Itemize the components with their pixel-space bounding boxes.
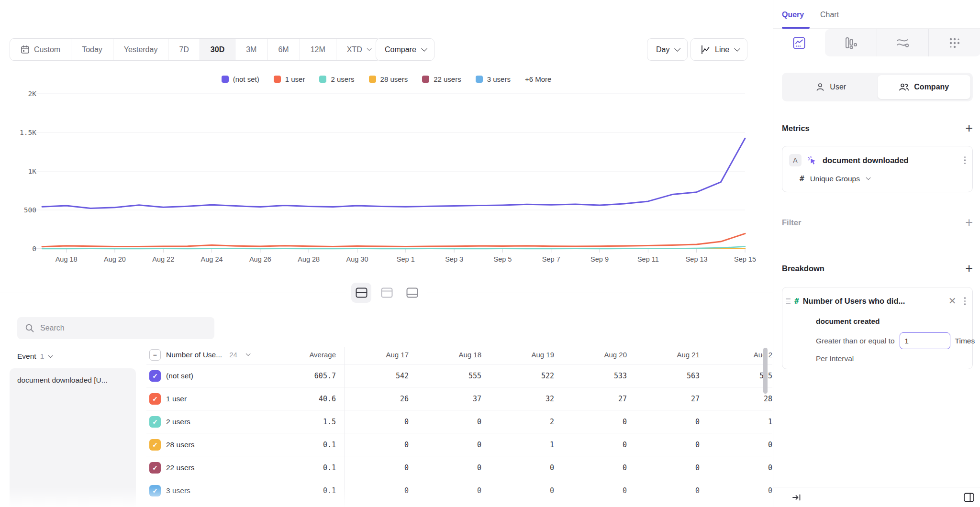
row-checkbox[interactable]: ✓	[149, 370, 161, 382]
row-checkbox[interactable]: ✓	[149, 393, 161, 405]
data-value: 0	[554, 463, 627, 472]
bar-chart-icon	[845, 36, 857, 50]
tab-chart[interactable]: Chart	[820, 11, 839, 19]
number-property-icon: #	[794, 297, 799, 306]
chart-toolbar: CustomTodayYesterday7D30D3M6M12MXTD Comp…	[0, 38, 773, 61]
metrics-section-header: Metrics +	[782, 123, 973, 133]
range-6m[interactable]: 6M	[267, 39, 300, 60]
x-axis-label: Sep 5	[493, 255, 512, 263]
line-chart[interactable]: 05001K1.5K2KAug 18Aug 20Aug 22Aug 24Aug …	[0, 67, 773, 273]
layout-chart-only-button[interactable]	[377, 283, 397, 303]
close-icon[interactable]: ✕	[947, 295, 958, 307]
date-column-header: Aug 21	[627, 351, 700, 359]
data-value: 0	[554, 418, 627, 426]
collapse-panel-icon[interactable]	[791, 493, 802, 502]
layout-toggle-group	[346, 281, 427, 304]
range-xtd[interactable]: XTD	[336, 39, 380, 60]
select-all-checkbox[interactable]: –	[149, 349, 161, 361]
metric-measure-dropdown[interactable]: # Unique Groups	[800, 174, 869, 183]
scope-user-option[interactable]: User	[784, 75, 878, 99]
event-list-item[interactable]: document downloaded [U...	[10, 368, 136, 392]
x-axis-label: Aug 28	[298, 255, 320, 263]
event-label: Event	[17, 352, 36, 361]
data-value: 0	[336, 441, 409, 449]
metric-letter-badge: A	[789, 154, 802, 166]
range-30d[interactable]: 30D	[200, 39, 235, 60]
times-value-input[interactable]	[900, 332, 950, 349]
row-checkbox[interactable]: ✓	[149, 462, 161, 474]
data-value: 533	[554, 372, 627, 380]
calendar-icon	[21, 45, 30, 54]
range-today[interactable]: Today	[71, 39, 113, 60]
average-value: 0.1	[258, 441, 336, 449]
date-column-header: Aug 18	[409, 351, 481, 359]
range-7d[interactable]: 7D	[168, 39, 200, 60]
event-click-icon	[807, 155, 817, 165]
chart-type-flow-button[interactable]	[877, 29, 929, 56]
x-axis-label: Sep 15	[734, 255, 756, 263]
filter-section-header: Filter +	[782, 218, 973, 227]
y-axis-label: 1K	[28, 167, 37, 175]
data-value: 0	[409, 486, 481, 495]
row-checkbox[interactable]: ✓	[149, 416, 161, 428]
range-12m[interactable]: 12M	[300, 39, 336, 60]
table-column-divider	[344, 347, 345, 507]
data-value: 0	[409, 418, 481, 426]
compare-button[interactable]: Compare	[376, 38, 434, 61]
group-column-header[interactable]: –Number of Use...24	[146, 349, 258, 361]
grid-dots-icon	[948, 37, 961, 49]
tab-query[interactable]: Query	[782, 11, 804, 19]
row-label-cell: ✓22 users	[146, 462, 258, 474]
breakdown-event-name: document created	[816, 317, 880, 326]
event-column-header[interactable]: Event 1	[17, 352, 51, 361]
data-value: 28	[700, 395, 772, 403]
x-axis-label: Sep 1	[397, 255, 415, 263]
kebab-menu-icon[interactable]	[962, 295, 968, 307]
metric-card[interactable]: A document downloaded # Unique Groups	[782, 146, 973, 192]
data-value: 542	[336, 372, 409, 380]
chart-type-bar-button[interactable]	[825, 29, 877, 56]
chart-type-line-button[interactable]	[773, 29, 825, 56]
chart-type-selector	[773, 29, 980, 56]
breakdown-heading: Breakdown	[782, 264, 824, 273]
chart-type-grid-button[interactable]	[928, 29, 980, 56]
range-yesterday[interactable]: Yesterday	[113, 39, 169, 60]
row-checkbox[interactable]: ✓	[149, 485, 161, 496]
data-value: 0	[481, 486, 554, 495]
chart-type-dropdown[interactable]: Line	[690, 38, 747, 61]
breakdown-card[interactable]: # Number of Users who did... ✕ document …	[782, 287, 973, 369]
compare-label: Compare	[385, 45, 416, 54]
drag-handle-icon[interactable]	[786, 298, 791, 304]
kebab-menu-icon[interactable]	[962, 154, 968, 166]
table-vertical-scrollbar[interactable]	[763, 348, 768, 394]
row-label-cell: ✓1 user	[146, 393, 258, 405]
company-icon	[899, 82, 909, 92]
x-axis-label: Aug 22	[152, 255, 174, 263]
add-metric-button[interactable]: +	[965, 123, 973, 133]
interval-dropdown[interactable]: Day	[647, 38, 688, 61]
data-value: 1	[700, 418, 772, 426]
query-panel: Query Chart User	[773, 0, 980, 507]
table-row: ✓28 users0.1001000	[146, 433, 772, 456]
table-row: ✓3 users0.1000000	[146, 479, 772, 502]
search-icon	[25, 323, 34, 333]
series-line	[42, 138, 745, 208]
search-input[interactable]	[40, 324, 207, 332]
line-chart-icon	[792, 36, 806, 50]
row-checkbox[interactable]: ✓	[149, 439, 161, 451]
scope-company-option[interactable]: Company	[878, 75, 971, 99]
data-value: 0	[627, 418, 700, 426]
range-custom[interactable]: Custom	[10, 39, 71, 60]
range-3m[interactable]: 3M	[235, 39, 267, 60]
layout-table-only-button[interactable]	[402, 283, 422, 303]
add-breakdown-button[interactable]: +	[965, 264, 973, 273]
panel-bottom-bar	[773, 487, 980, 507]
add-filter-button[interactable]: +	[965, 218, 973, 227]
layout-split-button[interactable]	[351, 283, 371, 303]
average-value: 0.1	[258, 463, 336, 472]
filter-heading: Filter	[782, 218, 801, 227]
chevron-down-icon	[421, 45, 427, 52]
table-row: ✓22 users0.1000000	[146, 456, 772, 479]
toggle-sidebar-icon[interactable]	[963, 492, 975, 503]
row-label-cell: ✓28 users	[146, 439, 258, 451]
